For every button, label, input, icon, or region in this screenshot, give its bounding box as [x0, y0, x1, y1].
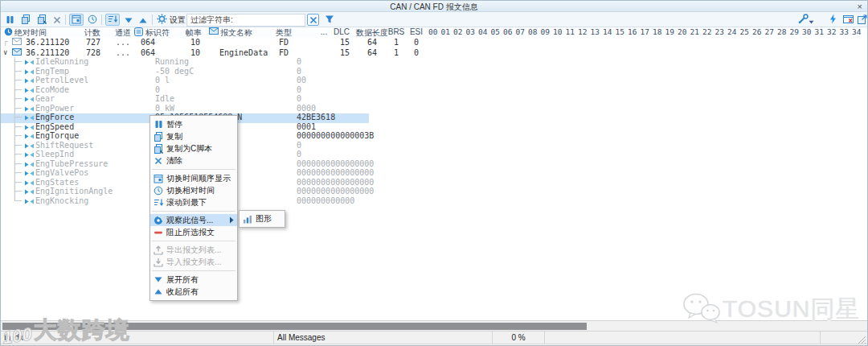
- signal-value: Idle: [155, 94, 174, 103]
- signal-name: SleepInd: [35, 150, 74, 159]
- signal-raw-value: 0000000000000000: [297, 159, 374, 168]
- context-menu-item[interactable]: 导入报文列表...: [150, 256, 237, 268]
- hex-column-header: 32: [825, 27, 838, 36]
- signal-row[interactable]: ├─ EngTorque 000000000000003B: [1, 132, 867, 142]
- horizontal-scrollbar[interactable]: [1, 320, 867, 332]
- column-header-rate[interactable]: 帧率: [182, 27, 205, 39]
- pause-icon: [6, 13, 14, 27]
- apply-filter-button[interactable]: [322, 14, 337, 26]
- context-menu-item[interactable]: 复制为C脚本: [150, 142, 237, 154]
- copy-as-c-button[interactable]: [35, 14, 49, 26]
- time-order-toggle-button[interactable]: [69, 14, 84, 26]
- signal-row[interactable]: ├─ IdleRunning Running 0: [1, 58, 867, 68]
- status-bar: In idx All Messages 0 %: [1, 332, 867, 344]
- signal-icon: [24, 151, 35, 160]
- column-header-name[interactable]: 报文名称: [220, 27, 252, 39]
- clock-icon: [88, 13, 97, 27]
- context-menu-item[interactable]: 收起所有: [150, 286, 237, 298]
- signal-name: PetrolLevel: [35, 76, 88, 84]
- close-window-button[interactable]: ×: [858, 1, 862, 12]
- menu-separator: [152, 211, 235, 212]
- menu-item-icon: [150, 157, 166, 165]
- signal-row[interactable]: ├─ EngStates 0000000000000000: [1, 179, 867, 188]
- gear-icon: [157, 14, 167, 26]
- autoscroll-button[interactable]: [105, 14, 120, 26]
- context-menu-item[interactable]: 切换相对时间: [150, 184, 237, 196]
- signal-row[interactable]: ├─ PetrolLevel 0 l 00: [1, 76, 867, 86]
- context-menu-item[interactable]: 复制: [150, 130, 237, 142]
- scroll-bottom-button[interactable]: [121, 14, 136, 26]
- signal-icon: [24, 198, 35, 207]
- triangle-up-icon: [139, 13, 147, 27]
- context-menu-item[interactable]: 滚动到最下: [150, 196, 237, 208]
- signal-row[interactable]: ├─ EngIgnitionAngle 0000000000000000: [1, 187, 867, 197]
- column-header-brs[interactable]: BRS: [387, 27, 406, 36]
- message-brs: 1: [388, 38, 404, 47]
- context-menu-item[interactable]: 切换时间顺序显示: [150, 172, 237, 184]
- can-messages-window: CAN / CAN FD 报文信息 × 设置 过滤字符串:: [0, 0, 868, 346]
- close-messages-button[interactable]: [841, 14, 856, 26]
- context-menu-item[interactable]: 展开所有: [150, 274, 237, 286]
- message-row[interactable]: ┌ 36.211120 727 ... 064 10 FD 15 64 1 0: [1, 38, 867, 48]
- tree-connector: ├─: [12, 57, 22, 66]
- context-menu-item[interactable]: 阻止所选报文: [150, 226, 237, 238]
- column-header-type[interactable]: 类型: [272, 27, 295, 39]
- filter-field[interactable]: 过滤字符串:: [186, 14, 305, 27]
- column-header-id[interactable]: 标识符: [145, 27, 170, 39]
- copy-button[interactable]: [18, 14, 33, 26]
- column-header-more[interactable]: ...: [316, 27, 332, 36]
- signal-row[interactable]: ├─ SleepInd 0: [1, 150, 867, 160]
- column-header-esi[interactable]: ESI: [407, 27, 426, 36]
- signal-icon: [24, 179, 35, 188]
- relative-time-button[interactable]: [85, 14, 100, 26]
- context-menu-item[interactable]: 暂停: [150, 118, 237, 130]
- tree-connector: ├─: [12, 168, 22, 177]
- signal-row[interactable]: ├─ EngPower 0 kW 0000: [1, 105, 867, 114]
- message-rate: 10: [179, 38, 200, 47]
- signal-row[interactable]: ├─ Gear Idle 0: [1, 95, 867, 105]
- expander-icon[interactable]: ∨: [3, 48, 7, 56]
- signal-row[interactable]: ├─ EngTemp -50 degC 0: [1, 68, 867, 77]
- signal-icon: [24, 96, 35, 105]
- signal-raw-value: 0: [297, 67, 301, 76]
- filter-input[interactable]: [233, 15, 305, 24]
- message-count: 728: [70, 48, 100, 57]
- signal-raw-value: 0: [297, 150, 301, 159]
- hex-column-header: 30: [800, 27, 813, 36]
- tools-menu-button[interactable]: [795, 14, 816, 26]
- hex-column-header: 33: [838, 27, 851, 36]
- lightning-button[interactable]: [825, 14, 840, 26]
- signal-icon: [24, 59, 35, 68]
- tree-connector: ├─: [12, 113, 22, 122]
- column-header-count[interactable]: 计数: [73, 27, 100, 39]
- signal-row[interactable]: └─ EngKnocking 000000000000: [1, 197, 867, 207]
- column-header-time[interactable]: 绝对时间: [14, 27, 47, 39]
- context-menu-item[interactable]: 观察此信号...: [150, 214, 237, 226]
- submenu-item-graph[interactable]: 图形: [256, 213, 272, 224]
- hex-column-header: 20: [676, 27, 689, 36]
- scrollbar-thumb[interactable]: [2, 323, 587, 330]
- signal-row[interactable]: ├─ EcoMode 0 0: [1, 86, 867, 96]
- toolbar-separator: [65, 14, 66, 25]
- column-header-channel[interactable]: 通道: [112, 27, 134, 39]
- clear-filter-button[interactable]: [307, 14, 319, 26]
- signal-row[interactable]: ├─ EngSpeed 0001: [1, 123, 867, 133]
- tree-connector: ├─: [12, 178, 22, 187]
- pause-button[interactable]: [2, 14, 17, 26]
- hex-column-header: 06: [502, 27, 514, 36]
- signal-raw-value: 00: [297, 76, 306, 84]
- signal-name: ShiftRequest: [35, 141, 93, 150]
- signal-icon: [24, 170, 35, 179]
- export-window-button[interactable]: [856, 14, 868, 26]
- hex-column-header: 13: [589, 27, 602, 36]
- hex-column-header: 03: [465, 27, 477, 36]
- context-menu-item[interactable]: 清除: [150, 154, 237, 167]
- status-cell-left: In idx: [1, 332, 274, 344]
- signal-row[interactable]: ├─ EngValvePos 0000000000000000: [1, 169, 867, 179]
- column-header-dlc[interactable]: DLC: [330, 27, 350, 36]
- signal-row[interactable]: ├─ ShiftRequest 0: [1, 142, 867, 151]
- signal-row[interactable]: ├─ EngTubePressure 0000000000000000: [1, 160, 867, 170]
- scroll-top-button[interactable]: [136, 14, 150, 26]
- context-menu-item[interactable]: 导出报文列表...: [150, 244, 237, 256]
- clear-button[interactable]: [50, 14, 64, 26]
